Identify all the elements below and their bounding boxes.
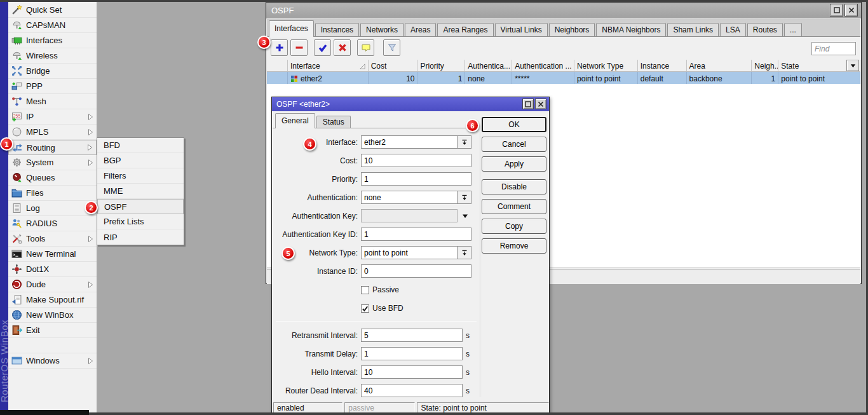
column-header-neigh[interactable]: Neigh...	[752, 60, 778, 71]
find-input[interactable]	[811, 42, 856, 55]
comment-button[interactable]: Comment	[482, 199, 546, 214]
toolbar-comment-button[interactable]	[357, 39, 374, 56]
toolbar-enable-button[interactable]	[314, 39, 331, 56]
retransmit-interval-input[interactable]	[361, 329, 463, 342]
remove-button[interactable]: Remove	[482, 238, 546, 254]
priority-input[interactable]	[361, 172, 471, 186]
sidebar-item-capsman[interactable]: CAPsMAN	[8, 18, 97, 33]
passive-checkbox[interactable]: Passive	[361, 285, 477, 295]
submenu-item-bfd[interactable]: BFD	[97, 138, 184, 153]
tab-virtual-links[interactable]: Virtual Links	[495, 23, 548, 36]
cancel-button[interactable]: Cancel	[482, 137, 546, 152]
tab-sham-links[interactable]: Sham Links	[667, 23, 719, 36]
column-header-priority[interactable]: Priority	[417, 60, 465, 71]
sidebar-item-radius[interactable]: RADIUS	[8, 216, 97, 231]
sidebar-item-ip[interactable]: 255IP	[8, 109, 97, 125]
sidebar-item-exit[interactable]: Exit	[8, 323, 97, 338]
toolbar-filter-button[interactable]	[383, 39, 400, 56]
submenu-item-bgp[interactable]: BGP	[97, 153, 184, 168]
tab-area-ranges[interactable]: Area Ranges	[437, 23, 493, 36]
sidebar-item-files[interactable]: Files	[8, 186, 97, 201]
submenu-item-mme[interactable]: MME	[97, 184, 184, 199]
dropdown-arrow-icon[interactable]	[458, 212, 473, 220]
tab-lsa[interactable]: LSA	[720, 23, 746, 36]
network-type-input[interactable]	[361, 246, 458, 259]
tab-neighbors[interactable]: Neighbors	[549, 23, 595, 36]
copy-button[interactable]: Copy	[482, 219, 546, 234]
apply-button[interactable]: Apply	[482, 156, 546, 172]
submenu-item-rip[interactable]: RIP	[97, 229, 184, 245]
combo-arrow-icon[interactable]	[458, 246, 471, 259]
interface-input[interactable]	[361, 135, 458, 149]
sidebar-item-new-winbox[interactable]: New WinBox	[8, 308, 97, 323]
column-header-authentica[interactable]: Authentica...	[465, 60, 512, 71]
close-icon[interactable]	[844, 4, 858, 17]
brand-bar: RouterOS WinBox	[0, 2, 8, 412]
sidebar-item-log[interactable]: Log	[8, 201, 97, 216]
transmit-delay-input[interactable]	[361, 347, 463, 360]
combo-arrow-icon[interactable]	[458, 135, 471, 149]
sidebar-item-queues[interactable]: Queues	[8, 170, 97, 186]
sidebar-item-routing[interactable]: Routing	[8, 140, 97, 155]
column-header-instance[interactable]: Instance	[638, 60, 687, 71]
checkbox-label: Use BFD	[372, 304, 403, 313]
tab-areas[interactable]: Areas	[405, 23, 436, 36]
wireless-icon	[11, 50, 22, 61]
dialog-tab-general[interactable]: General	[275, 113, 315, 128]
column-header-item[interactable]	[267, 60, 288, 71]
column-header-area[interactable]: Area	[687, 60, 752, 71]
field-label: Priority:	[276, 175, 358, 184]
sidebar-item-ppp[interactable]: PPP	[8, 79, 97, 94]
submenu-item-filters[interactable]: Filters	[97, 168, 184, 184]
dialog-tab-status[interactable]: Status	[316, 116, 351, 128]
dialog-titlebar[interactable]: OSPF <ether2>	[272, 97, 549, 111]
authentication-key-id-input[interactable]	[361, 228, 471, 241]
toolbar-disable-button[interactable]	[334, 39, 351, 56]
sidebar-item-dot1x[interactable]: Dot1X	[8, 262, 97, 277]
tab-instances[interactable]: Instances	[315, 23, 359, 36]
tab-routes[interactable]: Routes	[747, 23, 783, 36]
toolbar-add-button[interactable]	[271, 39, 288, 56]
sidebar-item-mpls[interactable]: MPLS	[8, 125, 97, 140]
combo-arrow-icon[interactable]	[458, 191, 471, 204]
authentication-input[interactable]	[361, 191, 458, 204]
ip-icon: 255	[11, 111, 22, 122]
disable-button[interactable]: Disable	[482, 179, 546, 194]
tab-networks[interactable]: Networks	[360, 23, 403, 36]
ok-button[interactable]: OK	[482, 117, 546, 132]
sidebar-item-make-supout-rif[interactable]: Make Supout.rif	[8, 292, 97, 308]
sidebar-item-quick-set[interactable]: Quick Set	[8, 3, 97, 18]
toolbar-remove-button[interactable]	[290, 39, 308, 56]
submenu-item-prefix-lists[interactable]: Prefix Lists	[97, 214, 184, 229]
sidebar-item-bridge[interactable]: Bridge	[8, 64, 97, 79]
cost-input[interactable]	[361, 154, 471, 167]
hello-interval-input[interactable]	[361, 365, 463, 379]
tab-item[interactable]: ...	[784, 23, 802, 36]
sidebar-item-wireless[interactable]: Wireless	[8, 48, 97, 64]
maximize-icon[interactable]	[830, 4, 843, 17]
tab-nbma-neighbors[interactable]: NBMA Neighbors	[596, 23, 666, 36]
sidebar-item-interfaces[interactable]: Interfaces	[8, 33, 97, 48]
submenu-item-ospf[interactable]: OSPF	[97, 199, 184, 214]
annotation-step-4: 4	[303, 137, 316, 151]
sidebar-item-tools[interactable]: Tools	[8, 231, 97, 247]
column-header-cost[interactable]: Cost	[369, 60, 418, 71]
sidebar-item-dude[interactable]: Dude	[8, 277, 97, 292]
sidebar-item-new-terminal[interactable]: New Terminal	[8, 247, 97, 262]
sidebar-item-windows[interactable]: Windows	[8, 353, 97, 369]
sidebar-item-system[interactable]: System	[8, 155, 97, 170]
table-row[interactable]: ether2101none*****point to pointdefaultb…	[267, 72, 860, 84]
column-header-interface[interactable]: Interface	[288, 60, 369, 71]
instance-id-input[interactable]	[361, 264, 471, 278]
column-header-authentication[interactable]: Authentication ...	[512, 60, 574, 71]
column-selector-button[interactable]	[846, 60, 859, 71]
router-dead-interval-input[interactable]	[361, 384, 463, 397]
use-bfd-checkbox[interactable]: Use BFD	[361, 303, 477, 313]
ospf-window-titlebar[interactable]: OSPF	[266, 3, 861, 18]
column-header-network-type[interactable]: Network Type	[574, 60, 638, 71]
maximize-icon[interactable]	[522, 99, 534, 109]
authentication-key-input[interactable]	[361, 209, 458, 222]
tab-interfaces[interactable]: Interfaces	[269, 20, 314, 37]
sidebar-item-mesh[interactable]: Mesh	[8, 94, 97, 109]
close-icon[interactable]	[535, 99, 546, 109]
